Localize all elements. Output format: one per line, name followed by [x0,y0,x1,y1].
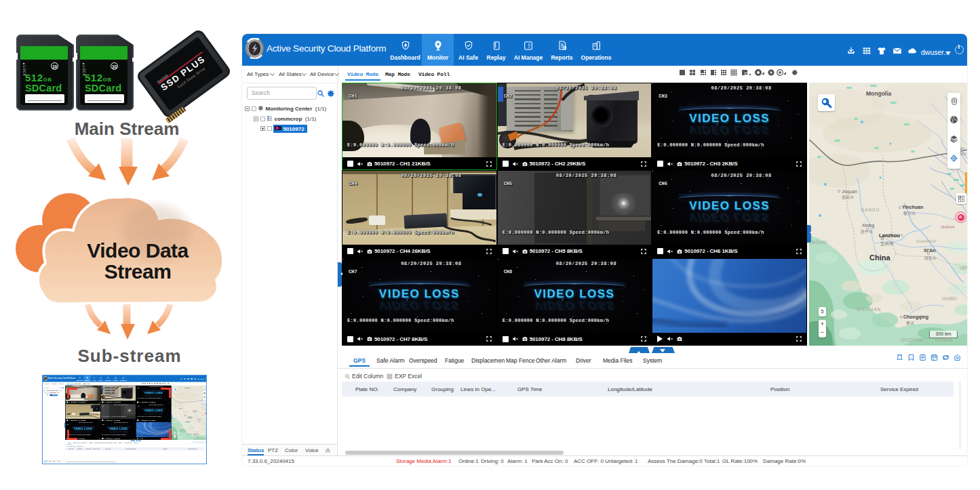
svg-text:兰州市: 兰州市 [880,241,894,246]
svg-text:Xi'An: Xi'An [198,420,201,421]
svg-text:SHAANXI: SHAANXI [916,239,937,243]
svg-text:HEN: HEN [960,266,967,270]
svg-text:GANSU: GANSU [861,207,880,212]
svg-text:Xining: Xining [184,415,187,415]
svg-text:Mongolia: Mongolia [184,387,191,388]
svg-text:Mongolia: Mongolia [866,90,892,97]
svg-text:Chongqing: Chongqing [903,314,928,320]
svg-text:Yinchuan: Yinchuan [902,205,923,209]
svg-text:SHAANXI: SHAANXI [196,417,201,419]
svg-text:HUBEI: HUBEI [202,430,206,430]
svg-text:Yinchuan: Yinchuan [193,411,197,411]
svg-text:重庆: 重庆 [905,321,914,325]
svg-text:GANSU: GANSU [183,411,187,412]
svg-text:SICHUAN: SICHUAN [857,307,881,312]
svg-text:China: China [869,253,890,262]
svg-text:SHANA: SHANA [201,414,205,415]
svg-text:SHANA: SHANA [941,225,955,229]
svg-text:Xining: Xining [862,223,874,228]
svg-text:Chongqing: Chongqing [193,434,199,434]
svg-text:China: China [185,421,191,423]
svg-text:西安市: 西安市 [924,256,937,261]
svg-text:HUNAN: HUNAN [935,338,953,342]
svg-text:银川市: 银川市 [903,211,916,216]
svg-text:HEN: HEN [206,424,207,424]
svg-text:Lanzhou: Lanzhou [879,232,900,239]
svg-text:HUBEI: HUBEI [942,296,957,301]
svg-text:Lanzhou: Lanzhou [188,417,193,417]
svg-text:SICHUAN: SICHUAN [182,432,188,433]
svg-text:N: N [953,157,955,160]
svg-text:GUIZHOU: GUIZHOU [193,438,198,439]
svg-text:GUIZHOU: GUIZHOU [901,338,923,342]
svg-text:Xi'An: Xi'An [924,248,936,253]
svg-text:QINGHAI: QINGHAI [172,417,176,419]
svg-text:QINGHAI: QINGHAI [809,240,827,245]
svg-text:酒泉市: 酒泉市 [842,195,854,200]
svg-text:Jiuquan: Jiuquan [842,189,857,195]
svg-text:西宁市: 西宁市 [861,229,873,234]
